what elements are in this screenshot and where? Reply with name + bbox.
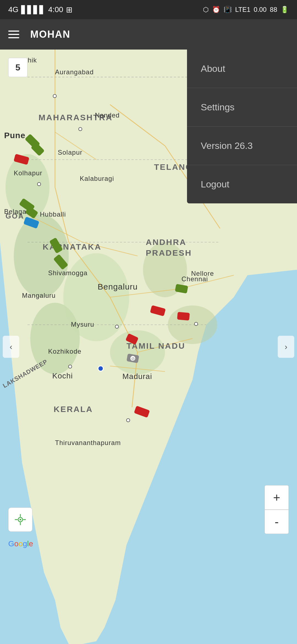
my-location-button[interactable] <box>8 507 32 532</box>
city-marker <box>194 322 198 326</box>
menu-item-about[interactable]: About <box>187 50 297 88</box>
alarm-icon: ⏰ <box>212 6 220 13</box>
lte-icon: LTE1 <box>235 6 251 13</box>
app-title: MOHAN <box>30 29 70 40</box>
status-right: ⬡ ⏰ 📳 LTE1 0.00 88 🔋 <box>203 6 289 13</box>
status-left: 4G ▋▋▋▋ 4:00 ⊞ <box>8 5 72 14</box>
menu-item-version: Version 26.3 <box>187 127 297 165</box>
battery-icon: 🔋 <box>280 6 289 13</box>
current-location-dot <box>98 365 104 372</box>
top-bar: MOHAN <box>0 19 297 50</box>
network-type: 4G <box>8 5 18 14</box>
vehicle-count-badge: 5 <box>8 58 28 77</box>
dropdown-menu: About Settings Version 26.3 Logout <box>187 50 297 203</box>
hamburger-line2 <box>8 34 19 35</box>
nav-arrow-left[interactable]: ‹ <box>3 336 19 358</box>
city-marker <box>126 418 130 422</box>
time: 4:00 <box>48 5 63 14</box>
hamburger-menu[interactable] <box>8 31 19 38</box>
city-marker <box>53 94 57 98</box>
status-bar: 4G ▋▋▋▋ 4:00 ⊞ ⬡ ⏰ 📳 LTE1 0.00 88 🔋 <box>0 0 297 19</box>
nav-arrow-right[interactable]: › <box>278 336 294 358</box>
menu-item-settings[interactable]: Settings <box>187 88 297 127</box>
badge-number: 5 <box>15 62 20 73</box>
crosshair-icon <box>14 514 26 526</box>
speed-icon: 0.00 <box>254 6 267 13</box>
city-marker <box>68 365 72 369</box>
google-logo: Google <box>8 539 33 548</box>
hamburger-line3 <box>8 37 19 38</box>
map-controls: + - <box>265 485 289 534</box>
battery-level: 88 <box>270 6 277 13</box>
zoom-out-button[interactable]: - <box>265 510 289 534</box>
zoom-in-button[interactable]: + <box>265 485 289 509</box>
signal-bars: ▋▋▋▋ <box>21 5 45 14</box>
city-marker <box>115 325 119 329</box>
usb-icon: ⊞ <box>66 5 72 14</box>
menu-item-logout[interactable]: Logout <box>187 165 297 203</box>
vibrate-icon: 📳 <box>224 6 232 13</box>
vehicle-red-3 <box>177 312 190 321</box>
bluetooth-icon: ⬡ <box>203 6 209 13</box>
city-marker <box>37 182 41 186</box>
svg-point-5 <box>63 253 129 341</box>
city-marker <box>78 127 82 131</box>
svg-point-33 <box>20 519 21 520</box>
hamburger-line1 <box>8 31 19 32</box>
